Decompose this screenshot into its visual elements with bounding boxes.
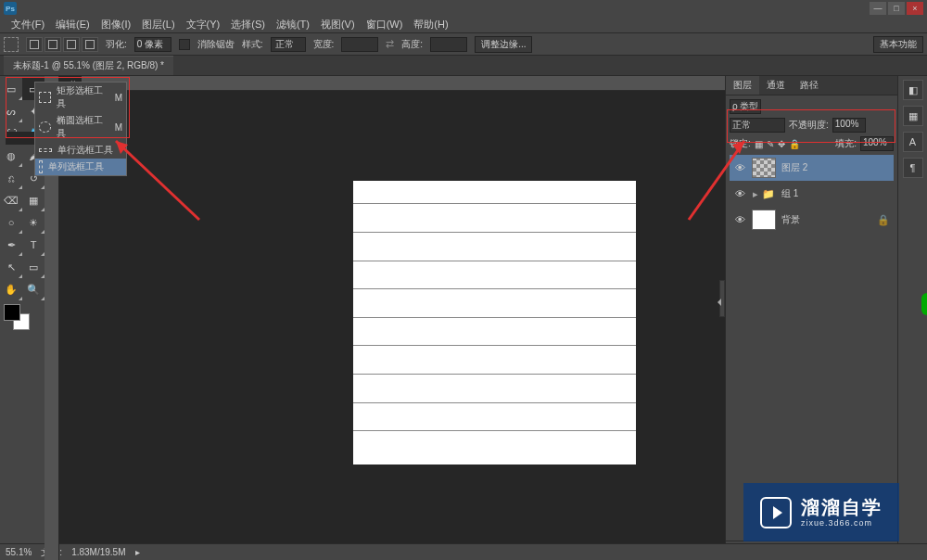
antialias-label: 消除锯齿 <box>197 38 235 51</box>
width-input[interactable] <box>341 37 378 52</box>
lock-position-icon[interactable]: ✥ <box>778 139 785 149</box>
app-logo: Ps <box>4 2 17 15</box>
paragraph-flyout-icon[interactable]: ¶ <box>903 158 923 178</box>
dodge-tool[interactable]: ☀ <box>22 211 44 234</box>
watermark-main: 溜溜自学 <box>801 496 883 518</box>
lasso-tool[interactable]: ᔕ <box>0 100 22 122</box>
eraser-tool[interactable]: ⌫ <box>0 189 22 211</box>
type-flyout-icon[interactable]: A <box>903 132 923 152</box>
workspace-switcher[interactable]: 基本功能 <box>873 36 923 53</box>
fill-input[interactable]: 100% <box>860 136 894 151</box>
style-dropdown[interactable]: 正常 <box>271 37 306 52</box>
color-swatch[interactable] <box>4 304 30 330</box>
type-tool[interactable]: T <box>22 234 44 256</box>
lock-all-icon[interactable]: 🔒 <box>789 139 800 149</box>
color-flyout-icon[interactable]: ◧ <box>903 80 923 100</box>
height-input[interactable] <box>430 37 467 52</box>
status-bar: 55.1% 文档: 1.83M/19.5M ▸ <box>0 543 927 560</box>
pen-tool[interactable]: ✒ <box>0 234 22 256</box>
marquee-icon <box>39 92 51 103</box>
feather-input[interactable] <box>134 37 171 52</box>
options-bar: 羽化: 消除锯齿 样式: 正常 宽度: ⇄ 高度: 调整边缘... 基本功能 <box>0 33 927 56</box>
visibility-icon[interactable]: 👁 <box>733 214 746 225</box>
selection-subtract[interactable] <box>63 37 80 52</box>
selection-intersect[interactable] <box>82 37 98 52</box>
layer-row[interactable]: 👁图层 2 <box>730 155 894 181</box>
marquee-option[interactable]: 椭圆选框工具M <box>35 112 126 142</box>
menu-item[interactable]: 文字(Y) <box>181 18 226 32</box>
minimize-button[interactable]: — <box>870 2 886 15</box>
document-tab[interactable]: 未标题-1 @ 55.1% (图层 2, RGB/8) * <box>4 56 173 75</box>
canvas[interactable] <box>353 181 636 465</box>
watermark-sub: zixue.3d66.com <box>801 518 883 528</box>
marquee-label: 椭圆选框工具 <box>57 114 108 140</box>
zoom-tool[interactable]: 🔍 <box>22 278 44 300</box>
menu-item[interactable]: 滤镜(T) <box>271 18 315 32</box>
tab-channels[interactable]: 通道 <box>759 76 793 95</box>
path-select-tool[interactable]: ↖ <box>0 256 22 278</box>
canvas-line <box>353 345 636 346</box>
right-dock-flyout: ◧ ▦ A ¶ <box>897 76 927 560</box>
maximize-button[interactable]: □ <box>888 2 905 15</box>
selection-add[interactable] <box>44 37 61 52</box>
visibility-icon[interactable]: 👁 <box>733 162 746 173</box>
tool-preset-icon[interactable] <box>4 37 19 52</box>
panel-collapse-handle[interactable] <box>719 280 725 317</box>
selection-new[interactable] <box>26 37 43 52</box>
close-button[interactable]: × <box>907 2 923 15</box>
antialias-checkbox[interactable] <box>179 39 190 50</box>
canvas-line <box>353 430 636 431</box>
blend-mode-dropdown[interactable]: 正常 <box>730 118 785 133</box>
menu-item[interactable]: 图像(I) <box>95 18 136 32</box>
visibility-icon[interactable]: 👁 <box>733 188 746 199</box>
gradient-tool[interactable]: ▦ <box>22 189 44 211</box>
style-label: 样式: <box>242 38 263 51</box>
lock-pixel-icon[interactable]: ✎ <box>767 139 774 149</box>
ruler-horizontal[interactable] <box>44 76 725 91</box>
lock-label: 锁定: <box>730 137 751 150</box>
layer-filter-dropdown[interactable]: ρ 类型 <box>730 99 761 114</box>
canvas-line <box>353 232 636 233</box>
menu-item[interactable]: 编辑(E) <box>50 18 95 32</box>
marquee-option[interactable]: 单列选框工具 <box>35 159 126 175</box>
layer-row[interactable]: 👁▸ 📁组 1 <box>730 181 894 207</box>
tab-layers[interactable]: 图层 <box>726 76 759 95</box>
menu-item[interactable]: 视图(V) <box>315 18 361 32</box>
layer-name[interactable]: 背景 <box>781 213 800 226</box>
menu-item[interactable]: 文件(F) <box>6 18 50 32</box>
status-menu-icon[interactable]: ▸ <box>135 547 140 557</box>
layer-thumbnail[interactable]: ▸ 📁 <box>752 184 776 204</box>
menu-item[interactable]: 窗口(W) <box>361 18 409 32</box>
width-label: 宽度: <box>313 38 335 51</box>
layer-name[interactable]: 图层 2 <box>781 161 807 174</box>
layer-name[interactable]: 组 1 <box>781 187 798 200</box>
height-label: 高度: <box>401 38 423 51</box>
opacity-input[interactable]: 100% <box>832 118 866 133</box>
layer-thumbnail[interactable] <box>752 210 776 230</box>
swatches-flyout-icon[interactable]: ▦ <box>903 106 923 126</box>
layer-row[interactable]: 👁背景🔒 <box>730 207 894 233</box>
refine-edge-button[interactable]: 调整边缘... <box>475 36 532 53</box>
fg-color[interactable] <box>4 304 20 321</box>
window-controls: — □ × <box>870 2 923 15</box>
play-icon <box>760 497 792 528</box>
menu-item[interactable]: 图层(L) <box>136 18 180 32</box>
lock-transparent-icon[interactable]: ▦ <box>755 139 763 149</box>
tab-paths[interactable]: 路径 <box>793 76 826 95</box>
canvas-line <box>353 402 636 403</box>
zoom-level[interactable]: 55.1% <box>6 547 32 557</box>
marquee-icon <box>39 160 43 173</box>
move-tool[interactable]: ▭ <box>0 78 22 100</box>
lock-icon[interactable]: 🔒 <box>877 214 890 226</box>
spot-heal-tool[interactable]: ◍ <box>0 145 22 167</box>
marquee-option[interactable]: 矩形选框工具M <box>35 83 126 112</box>
canvas-area[interactable]: × <box>44 76 725 560</box>
rectangle-tool[interactable]: ▭ <box>22 256 44 278</box>
blur-tool[interactable]: ○ <box>0 211 22 234</box>
menu-item[interactable]: 帮助(H) <box>408 18 453 32</box>
hand-tool[interactable]: ✋ <box>0 278 22 300</box>
marquee-option[interactable]: 单行选框工具 <box>35 142 126 159</box>
clone-tool[interactable]: ⎌ <box>0 167 22 189</box>
menu-item[interactable]: 选择(S) <box>225 18 271 32</box>
layer-thumbnail[interactable] <box>752 158 776 178</box>
